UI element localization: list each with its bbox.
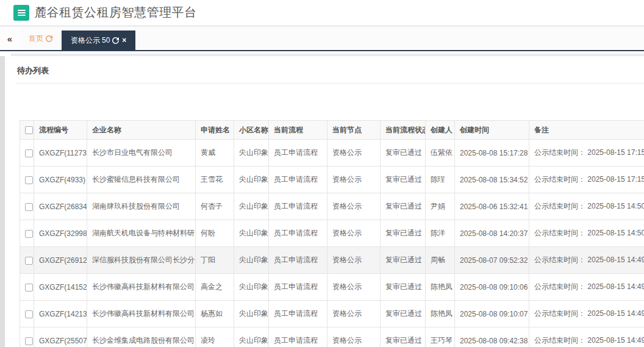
cell-remark: 公示结束时间： 2025-08-15 14:49:32: [529, 274, 644, 301]
todo-table-wrap: 流程编号 企业名称 申请姓名 小区名称 当前流程 当前节点 当前流程状态 创建人…: [20, 120, 644, 347]
cell-applicant: 何杏子: [196, 193, 234, 220]
row-checkbox[interactable]: [25, 176, 33, 184]
cell-current-process: 员工申请流程: [269, 247, 327, 274]
cell-created-time: 2025-08-07 09:52:32: [455, 247, 529, 274]
cell-applicant: 何盼: [196, 220, 234, 247]
cell-company: 长沙伟徽高科技新材料有限公司: [87, 274, 196, 301]
cell-remark: 公示结束时间： 2025-08-15 17:15:10: [529, 166, 644, 193]
cell-current-node: 资格公示: [327, 247, 381, 274]
refresh-icon[interactable]: [112, 37, 119, 44]
cell-applicant: 高金之: [196, 274, 234, 301]
row-checkbox[interactable]: [25, 257, 33, 265]
cell-process-status: 复审已通过: [381, 220, 426, 247]
tab-home-label: 首页: [29, 34, 43, 44]
cell-creator: 陈洋: [426, 220, 455, 247]
table-row[interactable]: GXGZF(26912) 深信服科技股份有限公司长沙分公司 丁阳 尖山印象 员工…: [20, 247, 644, 274]
cell-company: 长沙伟徽高科技新材料有限公司: [87, 301, 196, 327]
cell-process-id: GXGZF(14152): [34, 274, 87, 301]
cell-remark: 公示结束时间： 2025-08-15 17:15:23: [529, 140, 644, 166]
cell-process-status: 复审已通过: [381, 193, 426, 220]
col-created-time: 创建时间: [455, 121, 529, 140]
cell-company: 湖南航天机电设备与特种材料研究所: [87, 220, 196, 247]
cell-remark: 公示结束时间： 2025-08-15 14:50:23: [529, 193, 644, 220]
table-row[interactable]: GXGZF(11273) 长沙市日业电气有限公司 黄威 尖山印象 员工申请流程 …: [20, 140, 644, 166]
cell-current-process: 员工申请流程: [269, 193, 327, 220]
cell-process-id: GXGZF(26912): [34, 247, 87, 274]
tab-bar: « 首页 资格公示50 ×: [0, 27, 644, 51]
table-row[interactable]: GXGZF(4933) 长沙蜜獾信息科技有限公司 王雪花 尖山印象 员工申请流程…: [20, 166, 644, 193]
cell-remark: 公示结束时间： 2025-08-15 14:50:06: [529, 220, 644, 247]
content-area: 待办列表 流程编号 企业名称 申请姓名: [0, 51, 644, 347]
cell-creator: 尹娟: [426, 193, 455, 220]
table-row[interactable]: GXGZF(26834) 湖南肆玖科技股份有限公司 何杏子 尖山印象 员工申请流…: [20, 193, 644, 220]
cell-applicant: 凌玲: [196, 327, 234, 347]
cell-community: 尖山印象: [234, 327, 269, 347]
cell-created-time: 2025-08-08 15:34:52: [455, 166, 529, 193]
table-row[interactable]: GXGZF(32998) 湖南航天机电设备与特种材料研究所 何盼 尖山印象 员工…: [20, 220, 644, 247]
cell-company: 长沙金维集成电路股份有限公司: [87, 327, 196, 347]
row-checkbox[interactable]: [25, 310, 33, 318]
cell-current-node: 资格公示: [327, 301, 381, 327]
cell-current-node: 资格公示: [327, 327, 381, 347]
cell-process-id: GXGZF(32998): [34, 220, 87, 247]
cell-company: 深信服科技股份有限公司长沙分公司: [87, 247, 196, 274]
tab-home[interactable]: 首页: [20, 27, 62, 50]
double-chevron-left-icon: «: [7, 34, 12, 44]
col-community: 小区名称: [234, 121, 269, 140]
col-remark: 备注: [529, 121, 644, 140]
tab-qualification-count: 50: [102, 36, 110, 45]
cell-current-node: 资格公示: [327, 274, 381, 301]
row-checkbox[interactable]: [25, 337, 33, 345]
cell-community: 尖山印象: [234, 193, 269, 220]
tab-qualification-publicity[interactable]: 资格公示50 ×: [62, 30, 135, 50]
row-checkbox[interactable]: [25, 230, 33, 238]
cell-current-process: 员工申请流程: [269, 166, 327, 193]
cell-creator: 伍紫依: [426, 140, 455, 166]
row-checkbox[interactable]: [25, 284, 33, 292]
left-gutter: [0, 56, 5, 347]
select-all-checkbox[interactable]: [25, 126, 33, 134]
col-creator: 创建人: [426, 121, 455, 140]
cell-current-node: 资格公示: [327, 220, 381, 247]
cell-creator: 周畅: [426, 247, 455, 274]
cell-created-time: 2025-08-08 15:17:28: [455, 140, 529, 166]
cell-community: 尖山印象: [234, 274, 269, 301]
row-checkbox[interactable]: [25, 203, 33, 211]
refresh-icon[interactable]: [46, 35, 52, 42]
row-checkbox[interactable]: [25, 149, 33, 157]
table-row[interactable]: GXGZF(14152) 长沙伟徽高科技新材料有限公司 高金之 尖山印象 员工申…: [20, 274, 644, 301]
cell-community: 尖山印象: [234, 220, 269, 247]
hamburger-icon: [18, 10, 26, 16]
table-row[interactable]: GXGZF(25507) 长沙金维集成电路股份有限公司 凌玲 尖山印象 员工申请…: [20, 327, 644, 347]
cell-process-id: GXGZF(26834): [34, 193, 87, 220]
cell-process-id: GXGZF(4933): [34, 166, 87, 193]
cell-applicant: 黄威: [196, 140, 234, 166]
todo-panel: 待办列表 流程编号 企业名称 申请姓名: [5, 56, 644, 347]
col-applicant: 申请姓名: [196, 121, 234, 140]
cell-creator: 陈珵: [426, 166, 455, 193]
cell-created-time: 2025-08-08 09:10:07: [455, 301, 529, 327]
cell-current-process: 员工申请流程: [269, 220, 327, 247]
cell-community: 尖山印象: [234, 301, 269, 327]
cell-current-node: 资格公示: [327, 140, 381, 166]
collapse-tabs-button[interactable]: «: [0, 27, 20, 50]
cell-community: 尖山印象: [234, 166, 269, 193]
cell-process-status: 复审已通过: [381, 166, 426, 193]
cell-company: 湖南肆玖科技股份有限公司: [87, 193, 196, 220]
menu-toggle-button[interactable]: [13, 5, 29, 21]
cell-creator: 王巧琴: [426, 327, 455, 347]
cell-process-id: GXGZF(25507): [34, 327, 87, 347]
cell-process-status: 复审已通过: [381, 274, 426, 301]
cell-remark: 公示结束时间： 2025-08-15 14:49:17: [529, 301, 644, 327]
cell-applicant: 王雪花: [196, 166, 234, 193]
cell-current-node: 资格公示: [327, 166, 381, 193]
col-process-id: 流程编号: [34, 121, 87, 140]
col-current-node: 当前节点: [327, 121, 381, 140]
cell-process-status: 复审已通过: [381, 327, 426, 347]
cell-process-status: 复审已通过: [381, 301, 426, 327]
close-tab-icon[interactable]: ×: [122, 37, 126, 44]
cell-current-process: 员工申请流程: [269, 301, 327, 327]
table-row[interactable]: GXGZF(14213) 长沙伟徽高科技新材料有限公司 杨惠如 尖山印象 员工申…: [20, 301, 644, 327]
cell-remark: 公示结束时间： 2025-08-15 14:49:44: [529, 247, 644, 274]
cell-creator: 陈艳凤: [426, 274, 455, 301]
